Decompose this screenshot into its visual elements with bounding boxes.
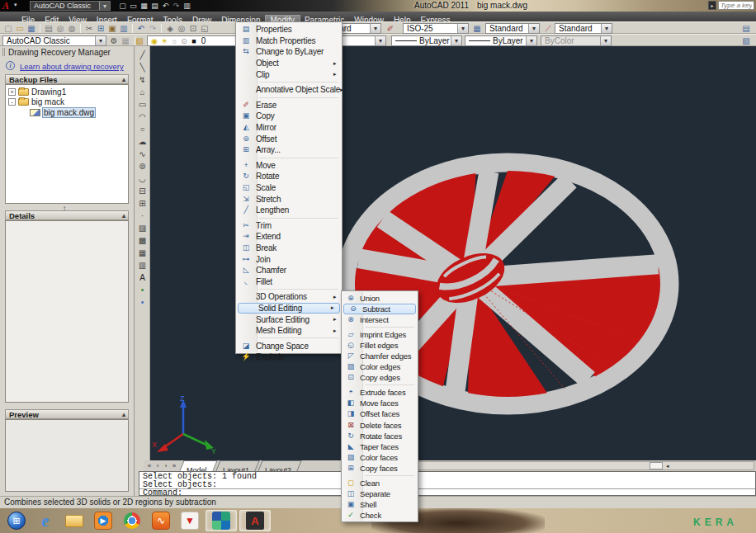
menu-item-solid-editing[interactable]: Solid Editing xyxy=(238,303,340,314)
region-icon[interactable]: ▦ xyxy=(136,247,149,259)
revision-cloud-icon[interactable]: ☁ xyxy=(136,135,149,148)
tree-item-drawing1[interactable]: + Drawing1 xyxy=(6,87,128,97)
lineweight-dropdown[interactable]: ByLayer xyxy=(465,35,537,46)
submenu-item-copy-faces[interactable]: ⊞ Copy faces xyxy=(342,463,418,474)
plotstyle-dropdown[interactable]: ByColor xyxy=(541,35,612,46)
submenu-item-extrude-faces[interactable]: ◓ Extrude faces xyxy=(342,387,418,398)
layer-bulb-icon[interactable]: ◉ xyxy=(149,36,159,46)
collapse-arrow-icon[interactable]: ▴ xyxy=(122,75,125,84)
plot-preview-icon[interactable]: ◎ xyxy=(54,23,66,34)
layer-freeze-icon[interactable]: ☼ xyxy=(169,36,179,46)
hatch-icon[interactable]: ▨ xyxy=(136,222,149,234)
menu-item-surface-editing[interactable]: Surface Editing xyxy=(236,314,342,325)
tree-item-big-mack[interactable]: - big mack xyxy=(6,97,128,108)
submenu-item-delete-faces[interactable]: ⊠ Delete faces xyxy=(342,420,418,431)
menu-item-properties[interactable]: ▤ Properties xyxy=(236,24,342,35)
menu-item-match-properties[interactable]: ▥ Match Properties xyxy=(236,35,342,47)
submenu-item-copy-edges[interactable]: ⊡ Copy edges xyxy=(342,372,418,383)
ellipse-icon[interactable]: ⊜ xyxy=(136,160,149,172)
copy-clip-icon[interactable]: ⊞ xyxy=(95,23,106,34)
workspace-settings-gear-icon[interactable]: ⚙ xyxy=(108,35,120,46)
rectangle-icon[interactable]: ▭ xyxy=(136,98,149,111)
menu-item-array[interactable]: ⊞ Array... xyxy=(236,144,342,156)
search-collapse-arrow-icon[interactable]: ▸ xyxy=(708,1,716,10)
pinwheel-app-icon[interactable] xyxy=(206,510,237,531)
gradient-icon[interactable]: ▩ xyxy=(136,234,149,247)
new-icon[interactable]: ▢ xyxy=(2,23,14,34)
layer-sun-icon[interactable]: ☀ xyxy=(159,36,169,46)
menu-item-erase[interactable]: ✐ Erase xyxy=(236,100,342,111)
workspaces-dropdown[interactable]: AutoCAD Classic xyxy=(2,35,106,46)
qat-plot-icon[interactable]: ▤ xyxy=(149,1,160,11)
tab-prev-icon[interactable]: ‹ xyxy=(154,460,162,470)
ellipse-arc-icon[interactable]: ◡ xyxy=(136,172,149,185)
point-icon[interactable]: · xyxy=(136,210,149,222)
menu-item-lengthen[interactable]: ╱ Lengthen xyxy=(236,205,342,216)
submenu-item-clean[interactable]: ◻ Clean xyxy=(342,478,418,488)
multileader-style-icon[interactable]: ⟋ xyxy=(542,23,554,34)
workspace-dropdown[interactable]: AutoCAD Classic xyxy=(30,1,111,11)
logo-dropdown-arrow-icon[interactable]: ▾ xyxy=(14,2,17,8)
scrollbar-arrow-icon[interactable]: ◂ xyxy=(666,463,669,469)
tool-palettes-icon[interactable]: ▧ xyxy=(740,35,752,46)
publish-icon[interactable]: ◍ xyxy=(66,23,78,34)
menu-item-change-to-bylayer[interactable]: ⇆ Change to ByLayer xyxy=(236,46,342,58)
tree-item-big-mack-dwg[interactable]: big mack.dwg xyxy=(6,107,128,118)
tab-layout2[interactable]: Layout2 xyxy=(258,460,301,471)
menu-item-annotative-object-scale[interactable]: Annotative Object Scale xyxy=(236,84,342,96)
explorer-folder-icon[interactable] xyxy=(61,510,87,531)
backup-files-header[interactable]: Backup Files ▴ xyxy=(5,74,129,84)
zoom-window-icon[interactable]: ⊡ xyxy=(187,23,199,34)
table-style-dropdown[interactable]: Standard xyxy=(485,23,540,34)
insert-block-icon[interactable]: ⊟ xyxy=(136,185,149,197)
dim-style-dropdown[interactable]: ISO-25 xyxy=(403,23,469,34)
menu-item-chamfer[interactable]: ◺ Chamfer xyxy=(236,265,342,276)
spline-icon[interactable]: ∿ xyxy=(136,148,149,160)
preview-header[interactable]: Preview ▴ xyxy=(5,409,129,419)
save-icon[interactable]: ▦ xyxy=(26,23,37,34)
submenu-item-rotate-faces[interactable]: ↻ Rotate faces xyxy=(342,431,418,441)
circle-icon[interactable]: ○ xyxy=(136,123,149,135)
pan-icon[interactable]: ◈ xyxy=(164,23,176,34)
table-style-icon[interactable]: ▦ xyxy=(471,23,483,34)
chrome-icon[interactable] xyxy=(119,510,145,531)
media-player-icon[interactable]: ▶ xyxy=(90,510,116,531)
menu-item-trim[interactable]: ✂ Trim xyxy=(236,220,342,232)
internet-explorer-icon[interactable]: e xyxy=(32,510,59,531)
submenu-item-color-faces[interactable]: ▨ Color faces xyxy=(342,452,418,463)
cut-icon[interactable]: ✂ xyxy=(83,23,95,34)
details-header[interactable]: Details ▴ xyxy=(5,210,129,220)
menu-item-move[interactable]: + Move xyxy=(236,160,342,172)
menu-item-3d-operations[interactable]: 3D Operations xyxy=(236,291,342,303)
layer-color-swatch[interactable]: ■ xyxy=(189,36,199,46)
submenu-item-shell[interactable]: ▣ Shell xyxy=(342,499,418,510)
submenu-item-union[interactable]: ⊕ Union xyxy=(342,293,418,304)
multiline-text-icon[interactable]: A xyxy=(136,271,149,284)
arc-icon[interactable]: ◠ xyxy=(136,111,149,123)
submenu-item-imprint-edges[interactable]: ▱ Imprint Edges xyxy=(342,329,418,340)
match-properties-icon[interactable]: ▥ xyxy=(118,23,130,34)
palette-grip[interactable] xyxy=(2,48,5,56)
polygon-icon[interactable]: ⌂ xyxy=(136,86,149,98)
dim-style-icon[interactable]: ✐ xyxy=(385,23,396,34)
autocad-logo-icon[interactable]: A xyxy=(2,0,9,12)
submenu-item-move-faces[interactable]: ◧ Move faces xyxy=(342,398,418,408)
construction-line-icon[interactable]: ╲ xyxy=(136,61,149,73)
submenu-item-intersect[interactable]: ⊗ Intersect xyxy=(342,314,418,325)
menu-item-copy[interactable]: ▣ Copy xyxy=(236,111,342,122)
menu-item-join[interactable]: ⊶ Join xyxy=(236,253,342,265)
menu-item-extend[interactable]: ⇥ Extend xyxy=(236,231,342,243)
redo-icon[interactable]: ↷ xyxy=(147,23,158,34)
qat-new-icon[interactable]: ▢ xyxy=(117,1,128,11)
menu-item-offset[interactable]: ⊚ Offset xyxy=(236,133,342,144)
undo-icon[interactable]: ↶ xyxy=(135,23,147,34)
qat-save-icon[interactable]: ▦ xyxy=(139,1,149,11)
help-search-input[interactable] xyxy=(718,1,754,10)
media-app-icon[interactable]: ∿ xyxy=(148,510,174,531)
menu-item-explode[interactable]: ⚡ Explode xyxy=(236,351,342,363)
qat-open-icon[interactable]: ▭ xyxy=(128,1,139,11)
make-block-icon[interactable]: ⊞ xyxy=(136,197,149,210)
submenu-item-color-edges[interactable]: ▧ Color edges xyxy=(342,361,418,372)
qat-print-icon[interactable]: ▥ xyxy=(182,1,192,11)
submenu-item-subtract[interactable]: ⊖ Subtract xyxy=(343,304,416,314)
